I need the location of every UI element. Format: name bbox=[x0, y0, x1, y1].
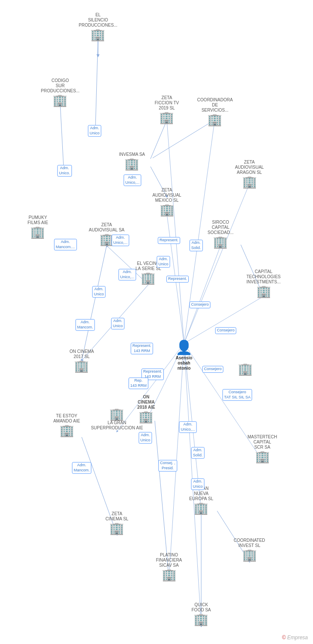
node-zeta-cinema: ZETACINEMA SL 🏢 bbox=[105, 511, 128, 535]
badge-adm-unico-2[interactable]: Adm.Unico. bbox=[57, 165, 72, 176]
building-icon: 🏢 bbox=[109, 522, 124, 535]
badge-adm-unico-1[interactable]: Adm.Unico bbox=[88, 125, 101, 137]
watermark: © Empresa bbox=[282, 635, 308, 641]
building-icon: 🏢 bbox=[238, 363, 253, 375]
building-icon: 🏢 bbox=[242, 176, 257, 188]
building-icon: 🏢 bbox=[193, 614, 209, 626]
node-invesma: INVESMA SA 🏢 bbox=[119, 152, 145, 170]
building-icon: 🏢 bbox=[162, 569, 177, 581]
building-icon: 🏢 bbox=[141, 272, 156, 284]
badge-adm-mancom-3[interactable]: Adm.Mancom. bbox=[72, 462, 91, 474]
svg-line-7 bbox=[167, 120, 184, 343]
building-icon: 🏢 bbox=[159, 112, 174, 124]
badge-consejero-1[interactable]: Consejero bbox=[189, 301, 210, 308]
badge-adm-mancom-2[interactable]: Adm.Mancom. bbox=[75, 319, 95, 331]
building-icon: 🏢 bbox=[255, 451, 270, 463]
badge-adm-unico-10[interactable]: Adm.Unico,... bbox=[179, 421, 196, 433]
badge-adm-unico-9[interactable]: Adm.Unico bbox=[138, 432, 152, 444]
building-icon: 🏢 bbox=[30, 226, 45, 238]
node-te-estoy: TE ESTOYAMANDO AIE 🏢 bbox=[53, 413, 80, 437]
node-capital-tech: CAPITALTECHNOLOGIESINVESTMENTS... 🏢 bbox=[246, 269, 280, 298]
svg-line-9 bbox=[184, 184, 249, 343]
node-mastertech: MASTERTECHCAPITALSCR SA 🏢 bbox=[248, 434, 277, 463]
badge-adm-solid-2[interactable]: Adm.Solid. bbox=[191, 447, 205, 459]
person-icon: 👤 bbox=[175, 339, 193, 355]
badge-adm-unico-6[interactable]: Adm.Unico,... bbox=[118, 269, 136, 280]
building-icon: 🏢 bbox=[242, 549, 257, 561]
badge-represent-2[interactable]: Represent. bbox=[166, 276, 189, 283]
svg-line-6 bbox=[82, 246, 107, 361]
node-on-cinema-2017: ON CINEMA2017 SL 🏢 bbox=[70, 349, 94, 372]
node-tat-sil: 🏢 bbox=[238, 363, 253, 375]
badge-adm-unico-7[interactable]: Adm.Unico bbox=[92, 286, 105, 298]
node-pumuky: PUMUKYFILMS AIE 🏢 bbox=[28, 215, 48, 238]
badge-adm-unico-4[interactable]: Adm.Unico,... bbox=[111, 234, 129, 246]
building-icon: 🏢 bbox=[59, 425, 74, 437]
building-icon: 🏢 bbox=[207, 114, 222, 126]
badge-adm-unico-11[interactable]: Adm.Unico bbox=[191, 478, 204, 490]
badge-adm-solid-1[interactable]: Adm.Solid. bbox=[190, 240, 203, 251]
node-platino: PLATINOFINANCIERASICAV SA 🏢 bbox=[156, 553, 182, 581]
svg-line-4 bbox=[153, 120, 214, 158]
badge-consejero-tat[interactable]: ConsejeroTAT SIL SIL SA bbox=[222, 389, 252, 401]
building-icon: 🏢 bbox=[160, 204, 175, 216]
badge-represent-1[interactable]: Represent. bbox=[158, 237, 180, 244]
badge-consejero-3[interactable]: Consejero bbox=[202, 366, 223, 373]
building-icon: 🏢 bbox=[193, 502, 209, 514]
building-icon: 🏢 bbox=[90, 29, 105, 41]
badge-rep-143[interactable]: Rep.143 RRM bbox=[129, 377, 148, 389]
building-icon: 🏢 bbox=[52, 94, 68, 106]
node-el-silencio: EL SILENCIO PRODUCCIONES... 🏢 bbox=[79, 12, 117, 41]
badge-adm-unico-8[interactable]: Adm.Unico bbox=[111, 318, 124, 329]
badge-represent-143-1[interactable]: Represent.143 RRM bbox=[131, 343, 153, 354]
building-icon: 🏢 bbox=[109, 408, 124, 420]
node-la-gran: 🏢 LA GRANSUPERPRODUCCION AIE bbox=[91, 408, 143, 431]
node-zeta-ficcion: ZETAFICCION TV2019 SL 🏢 bbox=[155, 95, 179, 124]
node-coordinadora: COORDINADORADESERVICIOS... 🏢 bbox=[197, 97, 233, 126]
graph-container: EL SILENCIO PRODUCCIONES... 🏢 CODIGOSURP… bbox=[0, 0, 313, 644]
building-icon: 🏢 bbox=[74, 360, 89, 372]
building-icon: 🏢 bbox=[256, 286, 271, 298]
node-quick-food: QUICKFOOD SA 🏢 bbox=[191, 602, 211, 626]
building-icon: 🏢 bbox=[213, 236, 228, 248]
badge-consej-presid[interactable]: Consej. ,Presid. bbox=[158, 460, 177, 471]
building-icon: 🏢 bbox=[124, 158, 139, 170]
badge-adm-unico-5[interactable]: Adm.Unico bbox=[156, 256, 170, 267]
badge-consejero-2[interactable]: Consejero bbox=[215, 327, 236, 334]
node-siroco: SIROCOCAPITALSOCIEDAD... 🏢 bbox=[208, 220, 234, 248]
node-arkan: ARKANNUEVAEUROPA SL 🏢 bbox=[189, 486, 213, 514]
node-coordinated-invest: COORDINATEDINVEST SL 🏢 bbox=[233, 538, 265, 561]
badge-adm-mancom-1[interactable]: Adm.Mancom.... bbox=[54, 239, 77, 250]
node-zeta-audiovisual-aragon: ZETAAUDIOVISUALARAGON SL 🏢 bbox=[235, 160, 264, 188]
badge-adm-unico-3[interactable]: Adm.Unico,... bbox=[123, 174, 141, 186]
node-person: 👤 Asensioosbahntonio bbox=[175, 339, 193, 372]
node-zeta-audiovisual-mexico: ZETAAUDIOVISUALMEXICO SL 🏢 bbox=[152, 188, 181, 216]
node-codigo-sur: CODIGOSURPRODUCCIONES... 🏢 bbox=[41, 78, 80, 106]
svg-line-3 bbox=[150, 120, 167, 159]
svg-line-1 bbox=[95, 39, 98, 127]
svg-line-2 bbox=[60, 104, 64, 167]
